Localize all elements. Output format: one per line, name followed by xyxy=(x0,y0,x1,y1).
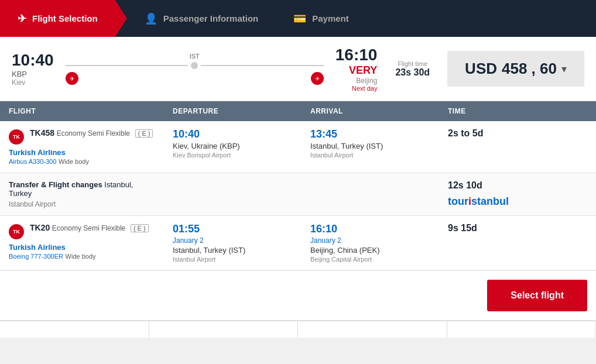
transfer-label: Transfer & Flight changes xyxy=(9,180,102,189)
step-payment[interactable]: 💳 Payment xyxy=(276,0,366,37)
flight-number-1: TK458 xyxy=(30,128,54,138)
flight-line: IST ✈ ✈ xyxy=(54,53,335,85)
departure-city: Kiev xyxy=(12,78,54,87)
arrival-rating: VERY xyxy=(335,64,378,77)
col-header-arrival: ARRIVAL xyxy=(302,101,439,121)
class-label-1: Economy Semi Flexible xyxy=(57,129,130,138)
class-badge-1: ( E ) xyxy=(135,129,153,138)
body-type-1: Wide body xyxy=(59,158,89,165)
arr-time-1: 13:45 xyxy=(310,128,430,140)
logo-pair: ✈ ✈ xyxy=(66,72,324,85)
segment1-departure-cell: 10:40 Kiev, Ukraine (KBP) Kiev Borispol … xyxy=(164,121,302,173)
dep-city-2: Istanbul, Turkey (IST) xyxy=(173,246,293,255)
dot xyxy=(191,62,198,69)
arr-time-2: 16:10 xyxy=(310,223,430,235)
price-block: USD 458 , 60 ▾ xyxy=(447,51,584,87)
arr-date-2: January 2 xyxy=(310,236,430,245)
card-icon: 💳 xyxy=(293,12,306,25)
arrival-city: Beijing xyxy=(335,77,378,85)
flight-info: TK TK458 Economy Semi Flexible ( E ) xyxy=(9,128,155,145)
airline-name-2: Turkish Airlines xyxy=(9,243,155,252)
col-header-time: TIME xyxy=(439,101,553,121)
person-icon: 👤 xyxy=(145,12,157,25)
bottom-tab-1[interactable] xyxy=(0,321,149,338)
logo-left: ✈ xyxy=(66,72,78,85)
select-row: Select flight xyxy=(0,270,596,320)
flight-number-2: TK20 xyxy=(30,223,50,232)
flight-time-value: 23s 30d xyxy=(395,67,430,78)
airline-name-1: Turkish Airlines xyxy=(9,148,155,157)
flight-details-2: TK20 Economy Semi Flexible ( E ) xyxy=(30,223,149,232)
duration-2: 9s 15d xyxy=(448,223,544,233)
select-flight-button[interactable]: Select flight xyxy=(487,280,587,311)
step-flight-label: Flight Selection xyxy=(32,13,98,23)
departure-time: 10:40 xyxy=(12,51,54,70)
dep-time-2: 01:55 xyxy=(173,223,293,235)
table-header: FLIGHT DEPARTURE ARRIVAL TIME xyxy=(0,101,596,121)
line-left xyxy=(66,65,189,66)
bottom-tabs xyxy=(0,320,596,338)
arrival-block: 16:10 VERY Beijing Next day xyxy=(335,46,378,92)
body-type-2: Wide body xyxy=(66,253,96,260)
summary-left: 10:40 KBP Kiev IST ✈ ✈ 16:10 VERY Beijin… xyxy=(12,46,447,92)
step-passenger-info[interactable]: 👤 Passenger Information xyxy=(127,0,276,37)
flight-summary-card: 10:40 KBP Kiev IST ✈ ✈ 16:10 VERY Beijin… xyxy=(0,37,596,101)
arrival-time: 16:10 xyxy=(335,46,378,64)
price-amount: 458 , 60 xyxy=(502,60,557,78)
arr-city-2: Beijing, China (PEK) xyxy=(310,246,430,255)
col-header-flight: FLIGHT xyxy=(0,101,164,121)
step-passenger-label: Passenger Information xyxy=(163,13,259,23)
line-right xyxy=(201,65,324,66)
duration-1: 2s to 5d xyxy=(448,128,544,139)
step-flight-selection[interactable]: ✈ Flight Selection xyxy=(0,0,127,37)
dep-airport-1: Kiev Borispol Airport xyxy=(173,152,293,159)
dep-date-2: January 2 xyxy=(173,236,293,245)
departure-block: 10:40 KBP Kiev xyxy=(12,51,54,87)
dep-time-1: 10:40 xyxy=(173,128,293,140)
turkish-airlines-logo: TK xyxy=(9,129,24,145)
dep-city-1: Kiev, Ukraine (KBP) xyxy=(173,142,293,150)
bottom-tab-4[interactable] xyxy=(447,321,597,338)
transfer-empty-2 xyxy=(302,173,439,215)
segment1-flight-cell: TK TK458 Economy Semi Flexible ( E ) Tur… xyxy=(0,121,164,173)
flight-info-2: TK TK20 Economy Semi Flexible ( E ) xyxy=(9,223,155,239)
segment1-arrival-cell: 13:45 Istanbul, Turkey (IST) Istanbul Ai… xyxy=(302,121,439,173)
arr-airport-2: Beijing Capital Airport xyxy=(310,256,430,263)
segment1-time-cell: 2s to 5d xyxy=(439,121,553,173)
transfer-info-cell: Transfer & Flight changes Istanbul, Turk… xyxy=(0,173,164,215)
aircraft-1: Airbus A330-300 xyxy=(9,158,56,165)
touristanbul-logo: touristanbul xyxy=(448,195,544,208)
segment2-flight-cell: TK TK20 Economy Semi Flexible ( E ) Turk… xyxy=(0,216,164,270)
arr-airport-1: Istanbul Airport xyxy=(310,152,430,159)
class-label-2: Economy Semi Flexible xyxy=(52,224,125,232)
flight-table: FLIGHT DEPARTURE ARRIVAL TIME TK TK458 E… xyxy=(0,101,596,338)
flight-details: TK458 Economy Semi Flexible ( E ) xyxy=(30,128,153,138)
segment2-row: TK TK20 Economy Semi Flexible ( E ) Turk… xyxy=(0,216,596,270)
col-header-departure: DEPARTURE xyxy=(164,101,302,121)
segment2-arrival-cell: 16:10 January 2 Beijing, China (PEK) Bei… xyxy=(302,216,439,270)
header: ✈ Flight Selection 👤 Passenger Informati… xyxy=(0,0,596,37)
logo-right: ✈ xyxy=(311,72,324,85)
line-container xyxy=(66,62,324,69)
class-badge-2: ( E ) xyxy=(131,224,149,232)
flight-time-block: Flight time 23s 30d xyxy=(377,60,447,78)
transfer-empty-1 xyxy=(164,173,302,215)
segment2-time-cell: 9s 15d xyxy=(439,216,553,270)
arrival-note: Next day xyxy=(335,85,378,92)
segment2-departure-cell: 01:55 January 2 Istanbul, Turkey (IST) I… xyxy=(164,216,302,270)
chevron-down-icon[interactable]: ▾ xyxy=(561,63,567,75)
price-currency: USD xyxy=(465,60,497,78)
departure-code: KBP xyxy=(12,70,54,78)
flight-time-label: Flight time xyxy=(395,60,430,67)
bottom-tab-2[interactable] xyxy=(149,321,299,338)
plane-icon: ✈ xyxy=(18,12,26,25)
bottom-tab-3[interactable] xyxy=(298,321,447,338)
transfer-duration: 12s 10d xyxy=(448,180,544,191)
transfer-airport: Istanbul Airport xyxy=(9,200,155,208)
step-payment-label: Payment xyxy=(312,13,349,23)
layover-code: IST xyxy=(190,53,200,60)
segment1-row: TK TK458 Economy Semi Flexible ( E ) Tur… xyxy=(0,121,596,173)
transfer-row: Transfer & Flight changes Istanbul, Turk… xyxy=(0,173,596,216)
arr-city-1: Istanbul, Turkey (IST) xyxy=(310,142,430,150)
transfer-duration-cell: 12s 10d touristanbul xyxy=(439,173,553,215)
